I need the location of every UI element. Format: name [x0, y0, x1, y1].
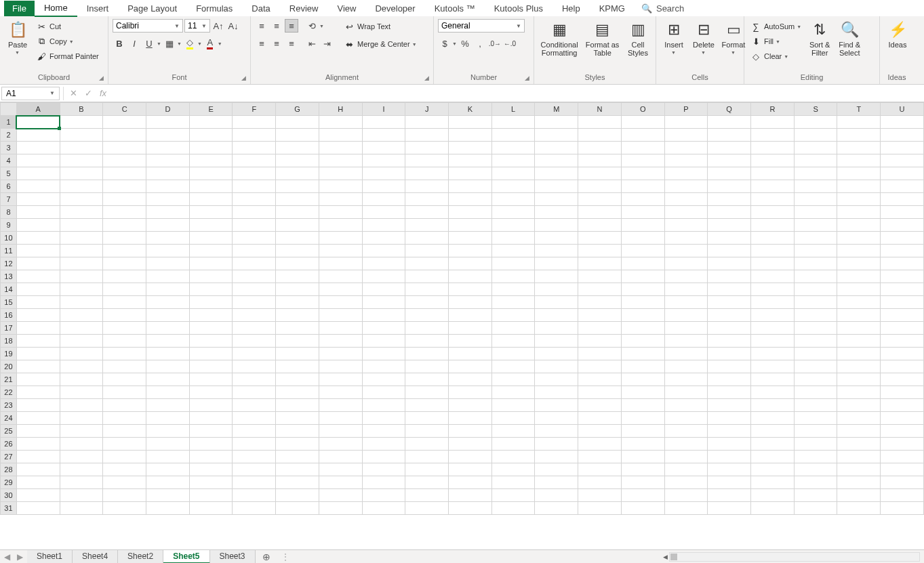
- column-header[interactable]: L: [491, 103, 535, 116]
- cell[interactable]: [146, 360, 190, 373]
- cell[interactable]: [60, 270, 103, 283]
- row-header[interactable]: 28: [1, 463, 17, 476]
- cell[interactable]: [664, 129, 708, 142]
- insert-cells-button[interactable]: ⊞ Insert ▼: [660, 19, 687, 56]
- cell[interactable]: [708, 154, 751, 167]
- cell[interactable]: [146, 373, 190, 386]
- accounting-dropdown-icon[interactable]: ▼: [452, 41, 457, 46]
- cell[interactable]: [664, 451, 708, 463]
- row-header[interactable]: 15: [1, 296, 17, 309]
- cell[interactable]: [362, 219, 405, 232]
- row-header[interactable]: 16: [1, 309, 17, 322]
- cell[interactable]: [621, 451, 664, 463]
- cell[interactable]: [708, 373, 751, 386]
- name-box[interactable]: A1 ▼: [1, 87, 60, 100]
- cell[interactable]: [881, 309, 924, 322]
- cell[interactable]: [362, 412, 405, 425]
- cell[interactable]: [16, 373, 60, 386]
- cell[interactable]: [276, 438, 319, 451]
- cell[interactable]: [708, 116, 751, 129]
- cell[interactable]: [233, 451, 276, 463]
- cell[interactable]: [405, 283, 449, 296]
- cell[interactable]: [362, 129, 405, 142]
- cell[interactable]: [189, 270, 233, 283]
- cell[interactable]: [491, 489, 535, 502]
- cell[interactable]: [837, 335, 881, 348]
- cell[interactable]: [16, 270, 60, 283]
- cell[interactable]: [535, 425, 578, 438]
- sheet-tab[interactable]: Sheet5: [163, 550, 209, 564]
- cell[interactable]: [578, 463, 622, 476]
- cell[interactable]: [362, 193, 405, 206]
- cell[interactable]: [405, 116, 449, 129]
- cell[interactable]: [837, 463, 881, 476]
- cell[interactable]: [708, 451, 751, 463]
- cell[interactable]: [189, 373, 233, 386]
- row-header[interactable]: 4: [1, 154, 17, 167]
- cell[interactable]: [16, 116, 60, 129]
- cell[interactable]: [103, 296, 146, 309]
- cell[interactable]: [491, 296, 535, 309]
- cell[interactable]: [233, 193, 276, 206]
- cell[interactable]: [16, 129, 60, 142]
- cell[interactable]: [578, 296, 622, 309]
- cell[interactable]: [103, 425, 146, 438]
- cell[interactable]: [16, 245, 60, 257]
- cell[interactable]: [16, 193, 60, 206]
- cell[interactable]: [319, 386, 362, 399]
- cell[interactable]: [449, 463, 492, 476]
- cell[interactable]: [405, 451, 449, 463]
- cell[interactable]: [578, 335, 622, 348]
- cell[interactable]: [189, 219, 233, 232]
- cell[interactable]: [276, 322, 319, 335]
- cell[interactable]: [794, 360, 837, 373]
- cell[interactable]: [708, 129, 751, 142]
- cell[interactable]: [794, 206, 837, 219]
- column-header[interactable]: H: [319, 103, 362, 116]
- cell[interactable]: [60, 257, 103, 270]
- cell[interactable]: [146, 322, 190, 335]
- cell[interactable]: [837, 245, 881, 257]
- cell[interactable]: [621, 489, 664, 502]
- cell[interactable]: [233, 154, 276, 167]
- cell[interactable]: [578, 502, 622, 515]
- cell[interactable]: [535, 142, 578, 154]
- cell[interactable]: [103, 489, 146, 502]
- cell[interactable]: [578, 476, 622, 489]
- cell[interactable]: [103, 360, 146, 373]
- cell[interactable]: [319, 129, 362, 142]
- cell[interactable]: [621, 399, 664, 412]
- cell[interactable]: [578, 180, 622, 193]
- cell[interactable]: [881, 116, 924, 129]
- cell[interactable]: [837, 489, 881, 502]
- cell[interactable]: [319, 476, 362, 489]
- format-as-table-button[interactable]: ▤ Format as Table: [583, 19, 622, 58]
- cell[interactable]: [319, 206, 362, 219]
- cell[interactable]: [60, 502, 103, 515]
- cell[interactable]: [664, 180, 708, 193]
- cell[interactable]: [491, 386, 535, 399]
- cut-button[interactable]: ✂ Cut: [34, 19, 101, 34]
- search-box[interactable]: 🔍 Search: [635, 3, 691, 14]
- cell[interactable]: [881, 386, 924, 399]
- cell[interactable]: [535, 129, 578, 142]
- cell[interactable]: [449, 154, 492, 167]
- cell[interactable]: [794, 386, 837, 399]
- cell[interactable]: [146, 270, 190, 283]
- cell[interactable]: [60, 438, 103, 451]
- cell[interactable]: [578, 373, 622, 386]
- align-right-button[interactable]: ≡: [285, 37, 298, 50]
- cell[interactable]: [664, 206, 708, 219]
- cell[interactable]: [837, 154, 881, 167]
- cell[interactable]: [794, 219, 837, 232]
- cell[interactable]: [449, 335, 492, 348]
- font-launcher-icon[interactable]: ◢: [241, 75, 246, 81]
- cell[interactable]: [362, 438, 405, 451]
- cell[interactable]: [751, 502, 795, 515]
- column-header[interactable]: F: [233, 103, 276, 116]
- cell[interactable]: [751, 116, 795, 129]
- sheet-tab[interactable]: Sheet1: [27, 550, 73, 564]
- cell[interactable]: [362, 476, 405, 489]
- cell[interactable]: [276, 129, 319, 142]
- cell[interactable]: [621, 296, 664, 309]
